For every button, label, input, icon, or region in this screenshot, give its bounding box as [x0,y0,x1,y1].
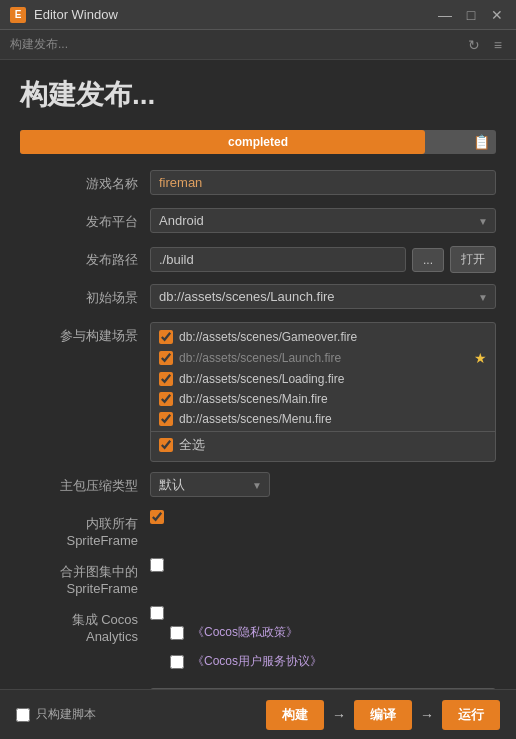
scenes-row: 参与构建场景 db://assets/scenes/Gameover.fire … [20,322,496,462]
compression-row: 主包压缩类型 默认 none merge_dep zip merge_all_j… [20,472,496,500]
game-name-control [150,170,496,195]
scene-check-main[interactable] [159,392,173,406]
merge-spriteatlas-control [150,558,496,575]
scene-item-launch: db://assets/scenes/Launch.fire ★ [151,347,495,369]
platform-control: Android iOS Web Mobile Web Desktop [150,208,496,233]
scene-check-loading[interactable] [159,372,173,386]
game-name-label: 游戏名称 [20,170,150,193]
bottom-bar: 只构建脚本 构建 → 编译 → 运行 [0,689,516,739]
main-content: 构建发布... completed 📋 游戏名称 发布平台 Android iO… [0,60,516,689]
path-row: ... 打开 [150,246,496,273]
scene-item-main: db://assets/scenes/Main.fire [151,389,495,409]
scene-check-launch[interactable] [159,351,173,365]
embed-spriteframe-label: 内联所有 SpriteFrame [20,510,150,548]
scene-check-menu[interactable] [159,412,173,426]
toolbar-actions: ↻ ≡ [464,35,506,55]
toolbar: 构建发布... ↻ ≡ [0,30,516,60]
scene-name-main: db://assets/scenes/Main.fire [179,392,328,406]
build-scripts-only-row: 只构建脚本 [16,706,96,723]
platform-label: 发布平台 [20,208,150,231]
build-button[interactable]: 构建 [266,700,324,730]
scene-name-loading: db://assets/scenes/Loading.fire [179,372,344,386]
progress-bar-label: completed [228,135,288,149]
merge-spriteatlas-checkbox[interactable] [150,558,164,572]
merge-spriteatlas-row: 合并图集中的 SpriteFrame [20,558,496,596]
progress-bar-fill [20,130,425,154]
platform-row: 发布平台 Android iOS Web Mobile Web Desktop [20,208,496,236]
scene-name-launch: db://assets/scenes/Launch.fire [179,351,341,365]
cocos-terms-link[interactable]: 《Cocos用户服务协议》 [192,653,322,670]
embed-spriteframe-control [150,510,496,527]
title-bar: E Editor Window — □ ✕ [0,0,516,30]
scene-all-label: 全选 [179,436,205,454]
initial-scene-select[interactable]: db://assets/scenes/Launch.fire [150,284,496,309]
compression-label: 主包压缩类型 [20,472,150,495]
scenes-label: 参与构建场景 [20,322,150,345]
initial-scene-control: db://assets/scenes/Launch.fire [150,284,496,309]
build-path-input[interactable] [150,247,406,272]
scene-item-loading: db://assets/scenes/Loading.fire [151,369,495,389]
game-name-input[interactable] [150,170,496,195]
progress-bar: completed 📋 [20,130,496,154]
cocos-analytics-row: 集成 Cocos Analytics 《Cocos隐私政策》 《Cocos用户服… [20,606,496,678]
scene-all-row: 全选 [151,431,495,457]
compile-button[interactable]: 编译 [354,700,412,730]
app-icon: E [10,7,26,23]
window-controls: — □ ✕ [436,6,506,24]
embed-spriteframe-row: 内联所有 SpriteFrame [20,510,496,548]
compression-select[interactable]: 默认 none merge_dep zip merge_all_json [150,472,270,497]
window-title: Editor Window [34,7,436,22]
build-path-label: 发布路径 [20,246,150,269]
build-path-row: 发布路径 ... 打开 [20,246,496,274]
scenes-box: db://assets/scenes/Gameover.fire db://as… [150,322,496,462]
compression-select-wrap: 默认 none merge_dep zip merge_all_json [150,472,270,497]
minimize-button[interactable]: — [436,6,454,24]
cocos-privacy-checkbox[interactable] [170,626,184,640]
initial-scene-label: 初始场景 [20,284,150,307]
refresh-button[interactable]: ↻ [464,35,484,55]
cocos-privacy-row: 《Cocos隐私政策》 [170,624,496,641]
scenes-control: db://assets/scenes/Gameover.fire db://as… [150,322,496,462]
run-button[interactable]: 运行 [442,700,500,730]
game-name-row: 游戏名称 [20,170,496,198]
progress-bar-icon[interactable]: 📋 [473,134,490,150]
scene-name-menu: db://assets/scenes/Menu.fire [179,412,332,426]
build-path-control: ... 打开 [150,246,496,273]
scene-check-gameover[interactable] [159,330,173,344]
build-scripts-only-label: 只构建脚本 [36,706,96,723]
breadcrumb: 构建发布... [10,36,68,53]
cocos-terms-checkbox[interactable] [170,655,184,669]
page-title: 构建发布... [20,76,496,114]
cocos-analytics-control: 《Cocos隐私政策》 《Cocos用户服务协议》 [150,606,496,678]
cocos-analytics-checkbox[interactable] [150,606,164,620]
build-scripts-only-checkbox[interactable] [16,708,30,722]
maximize-button[interactable]: □ [462,6,480,24]
arrow-icon-2: → [420,707,434,723]
scene-item-menu: db://assets/scenes/Menu.fire [151,409,495,429]
scene-name-gameover: db://assets/scenes/Gameover.fire [179,330,357,344]
platform-select[interactable]: Android iOS Web Mobile Web Desktop [150,208,496,233]
menu-button[interactable]: ≡ [490,35,506,55]
arrow-icon-1: → [332,707,346,723]
cocos-terms-row: 《Cocos用户服务协议》 [170,653,496,670]
close-button[interactable]: ✕ [488,6,506,24]
embed-spriteframe-checkbox[interactable] [150,510,164,524]
scene-item-gameover: db://assets/scenes/Gameover.fire [151,327,495,347]
cocos-analytics-label: 集成 Cocos Analytics [20,606,150,644]
compression-control: 默认 none merge_dep zip merge_all_json [150,472,496,497]
cocos-privacy-link[interactable]: 《Cocos隐私政策》 [192,624,298,641]
build-path-open-button[interactable]: 打开 [450,246,496,273]
build-path-browse-button[interactable]: ... [412,248,444,272]
scene-check-all[interactable] [159,438,173,452]
star-icon: ★ [474,350,487,366]
merge-spriteatlas-label: 合并图集中的 SpriteFrame [20,558,150,596]
initial-scene-row: 初始场景 db://assets/scenes/Launch.fire [20,284,496,312]
